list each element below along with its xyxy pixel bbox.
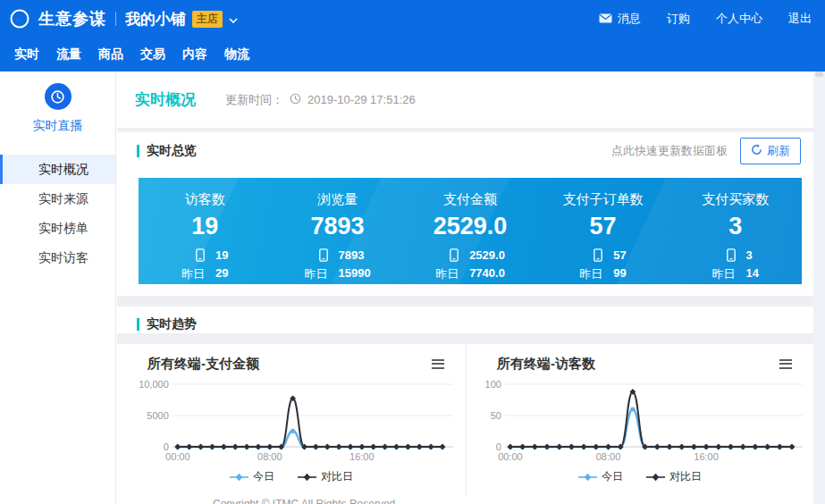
envelope-icon bbox=[599, 13, 612, 26]
chart-title: 所有终端-支付金额 bbox=[147, 356, 259, 373]
realtime-trend-section: 实时趋势 bbox=[117, 307, 813, 333]
brand-title: 生意参谋 bbox=[38, 8, 106, 29]
brand-logo-icon bbox=[9, 8, 30, 29]
svg-text:0: 0 bbox=[496, 441, 501, 452]
update-time: 更新时间： 2019-10-29 17:51:26 bbox=[225, 92, 416, 108]
divider bbox=[115, 12, 116, 26]
sidebar-item-realtime-ranking[interactable]: 实时榜单 bbox=[0, 214, 115, 243]
svg-text:00:00: 00:00 bbox=[498, 451, 523, 462]
legend-item[interactable]: 今日 bbox=[578, 469, 623, 484]
stat-payment-amount: 支付金额 2529.0 2529.0 昨日 7740.0 bbox=[404, 178, 536, 284]
chevron-down-icon bbox=[229, 11, 238, 27]
section-title: 实时总览 bbox=[147, 143, 197, 159]
chart-panel-visitors: 所有终端-访客数 05010000:0008:0016:00 今日对比日 bbox=[466, 344, 813, 497]
subscribe-link[interactable]: 订购 bbox=[667, 11, 690, 27]
clock-icon bbox=[45, 83, 72, 110]
shop-name: 我的小铺 bbox=[125, 9, 186, 29]
svg-text:16:00: 16:00 bbox=[349, 451, 375, 462]
svg-text:10,000: 10,000 bbox=[139, 379, 169, 390]
sidebar-group-label: 实时直播 bbox=[0, 118, 115, 134]
svg-text:00:00: 00:00 bbox=[165, 451, 190, 462]
update-time-value: 2019-10-29 17:51:26 bbox=[307, 93, 416, 106]
stats-banner: 访客数 19 19 昨日 29 浏览量 7893 7893 昨日 15990 bbox=[139, 178, 802, 284]
shop-badge: 主店 bbox=[192, 11, 223, 28]
charts-card: 所有终端-支付金额 0500010,00000:0008:0016:00 今日对… bbox=[117, 344, 813, 497]
mobile-icon bbox=[450, 248, 459, 262]
legend-item[interactable]: 今日 bbox=[230, 469, 274, 484]
svg-text:50: 50 bbox=[491, 410, 501, 421]
mobile-icon bbox=[593, 248, 602, 262]
svg-text:0: 0 bbox=[164, 441, 169, 452]
section-accent-bar bbox=[137, 318, 139, 331]
small-clock-icon bbox=[290, 93, 301, 107]
page-title: 实时概况 bbox=[135, 89, 196, 110]
stat-paid-suborders: 支付子订单数 57 57 昨日 99 bbox=[536, 178, 669, 284]
section-title: 实时趋势 bbox=[147, 316, 197, 332]
stat-paying-buyers: 支付买家数 3 3 昨日 14 bbox=[669, 178, 802, 284]
chart-legend: 今日对比日 bbox=[117, 469, 466, 484]
nav-item-products[interactable]: 商品 bbox=[98, 46, 123, 63]
refresh-button[interactable]: 刷新 bbox=[740, 138, 801, 164]
stat-visitors: 访客数 19 19 昨日 29 bbox=[139, 178, 271, 284]
svg-text:100: 100 bbox=[485, 379, 501, 390]
refresh-icon bbox=[751, 144, 762, 158]
logout-link[interactable]: 退出 bbox=[788, 11, 812, 27]
copyright-text: Copyright © ITMC All Rights Reserved bbox=[213, 498, 395, 504]
realtime-overview-section: 实时总览 点此快速更新数据面板 刷新 访客数 19 19 昨日 29 bbox=[117, 132, 813, 296]
shop-selector[interactable]: 我的小铺 主店 bbox=[125, 9, 238, 29]
sidebar-item-realtime-visitors[interactable]: 实时访客 bbox=[0, 243, 115, 273]
mobile-icon bbox=[727, 248, 736, 262]
nav-item-content[interactable]: 内容 bbox=[182, 46, 207, 63]
svg-text:5000: 5000 bbox=[147, 410, 168, 421]
mobile-icon bbox=[196, 248, 205, 262]
sidebar: 实时直播 实时概况 实时来源 实时榜单 实时访客 bbox=[0, 71, 116, 504]
visitors-line-chart: 05010000:0008:0016:00 bbox=[467, 373, 813, 464]
scrollbar-track[interactable] bbox=[813, 71, 825, 504]
sidebar-group-realtime-live[interactable]: 实时直播 bbox=[0, 71, 115, 134]
payment-line-chart: 0500010,00000:0008:0016:00 bbox=[117, 373, 464, 464]
section-accent-bar bbox=[137, 145, 139, 157]
messages-link[interactable]: 消息 bbox=[599, 11, 641, 27]
divider bbox=[117, 333, 813, 344]
divider bbox=[117, 296, 813, 307]
chart-title: 所有终端-访客数 bbox=[497, 356, 595, 373]
legend-item[interactable]: 对比日 bbox=[298, 469, 353, 484]
chart-panel-payment: 所有终端-支付金额 0500010,00000:0008:0016:00 今日对… bbox=[117, 344, 466, 497]
sidebar-item-realtime-sources[interactable]: 实时来源 bbox=[0, 184, 115, 214]
main-content: 实时概况 更新时间： 2019-10-29 17:51:26 实时总览 点此快速… bbox=[117, 71, 813, 504]
svg-text:16:00: 16:00 bbox=[694, 451, 719, 462]
sidebar-item-realtime-overview[interactable]: 实时概况 bbox=[0, 155, 115, 184]
svg-text:08:00: 08:00 bbox=[257, 451, 282, 462]
chart-menu-icon[interactable] bbox=[779, 359, 792, 369]
page-title-bar: 实时概况 更新时间： 2019-10-29 17:51:26 bbox=[117, 71, 813, 128]
chart-legend: 今日对比日 bbox=[467, 469, 813, 484]
app-header: 生意参谋 我的小铺 主店 消息 订购 个人中心 退出 实时 流量 商品 交易 内 bbox=[0, 0, 825, 71]
legend-item[interactable]: 对比日 bbox=[646, 469, 702, 484]
nav-item-trade[interactable]: 交易 bbox=[140, 46, 165, 63]
nav-item-realtime[interactable]: 实时 bbox=[14, 46, 39, 63]
scrollbar-thumb[interactable] bbox=[815, 71, 823, 77]
primary-nav: 实时 流量 商品 交易 内容 物流 bbox=[0, 38, 825, 71]
nav-item-logistics[interactable]: 物流 bbox=[224, 46, 249, 63]
refresh-hint-text: 点此快速更新数据面板 bbox=[611, 143, 728, 159]
nav-item-traffic[interactable]: 流量 bbox=[56, 46, 81, 63]
personal-center-link[interactable]: 个人中心 bbox=[716, 11, 762, 27]
chart-menu-icon[interactable] bbox=[432, 359, 444, 369]
update-time-label: 更新时间： bbox=[225, 92, 283, 108]
stat-pageviews: 浏览量 7893 7893 昨日 15990 bbox=[271, 178, 403, 284]
mobile-icon bbox=[319, 248, 328, 262]
svg-text:08:00: 08:00 bbox=[596, 451, 621, 462]
